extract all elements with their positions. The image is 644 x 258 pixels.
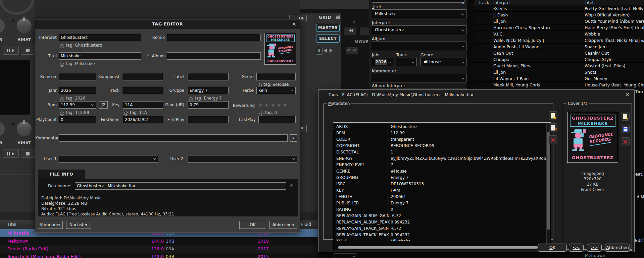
ok-button[interactable]: OK	[538, 244, 567, 252]
track-row[interactable]: Lil JonShots	[474, 69, 644, 75]
kommentar-clear-button[interactable]: x	[290, 134, 297, 142]
tag-editor-titlebar[interactable]: TAG EDITOR ×	[35, 19, 300, 29]
metadata-row[interactable]: COPYRIGHTREBOUNCE RECORDS	[334, 143, 546, 149]
kommentar-field[interactable]	[59, 134, 288, 142]
skip-back-button[interactable]	[344, 27, 356, 35]
track-row[interactable]: Meltdown 140.0 10B 2018	[0, 237, 318, 245]
sampler-stop-button[interactable]	[21, 149, 35, 158]
rating-stars[interactable]: ★★★★★	[258, 102, 289, 108]
titel-field[interactable]: Milkshake	[59, 52, 141, 60]
cover-art-image[interactable]: GHOSTBUSTERZMILKSHAKE REBOUNCERECORDS GH…	[567, 112, 618, 163]
sampler-volume-knob[interactable]	[17, 18, 32, 33]
add-tag-button[interactable]: ★	[549, 111, 557, 120]
tags-dialog-titlebar[interactable]: Tags - FLAC (FLAC) - D:\Musik\my Music\G…	[318, 90, 634, 99]
metadata-row[interactable]: DISCTOTAL1	[334, 149, 546, 155]
label-field[interactable]	[188, 73, 229, 80]
ok-button[interactable]: OK	[239, 221, 266, 229]
jahr-field[interactable]: 2026	[59, 87, 96, 94]
grid-select-button[interactable]: SELECT	[316, 35, 340, 43]
sampler-stop-button[interactable]	[21, 46, 35, 55]
metadata-row[interactable]: REPLAYGAIN_ALBUM_PEAK0.994232	[334, 219, 546, 225]
cover-thumbnail[interactable]: GHOSTBUSTERZMILKSHAKE REBOUNCERECORDS GH…	[264, 33, 296, 65]
delete-cover-button[interactable]: ×	[621, 137, 630, 146]
firstseen-field[interactable]: 2026/03/02	[123, 116, 163, 123]
metadata-row[interactable]: ENERGYeyJlbmVyZ3lMZXZlbCI6Nywic291cmNlIj…	[334, 155, 546, 162]
previous-button[interactable]: Vorheriger	[38, 221, 63, 229]
track-combobox[interactable]	[396, 58, 417, 66]
track-row[interactable]: V.I.C.Wobble	[474, 31, 644, 37]
remixer-field[interactable]	[59, 73, 96, 80]
track-row[interactable]: J. DashWop (Official Version)	[474, 12, 644, 18]
cancel-button[interactable]: Abbrechen	[269, 221, 297, 229]
bpm-combobox[interactable]: 112.99	[59, 101, 96, 109]
metadata-row[interactable]: BPM112.99	[334, 130, 546, 136]
genre-combobox[interactable]: #House	[420, 58, 466, 66]
firstplay-field[interactable]	[188, 116, 229, 123]
next-button[interactable]: Nächster	[66, 221, 91, 229]
track-row[interactable]: Meek Mill, Young ChrisHouse Party (feat.…	[474, 82, 644, 88]
sampler-volume-knob[interactable]	[17, 122, 32, 136]
sampler-play-pause-button[interactable]	[3, 46, 19, 55]
key-field[interactable]: 11A	[123, 101, 163, 109]
user2-combobox[interactable]	[188, 155, 297, 163]
dateiname-field[interactable]: Ghostbusterz - Milkshake.flac	[75, 182, 286, 190]
column-header-titel[interactable]: Titel	[7, 222, 16, 227]
metadata-row[interactable]: RATING0	[334, 206, 546, 213]
rename-indicator-dot[interactable]	[290, 184, 293, 187]
track-row[interactable]: Wale, Nicki Minaj, Juicy JClappers (feat…	[474, 37, 644, 44]
column-header-titel[interactable]: Titel	[585, 0, 593, 5]
cancel-button[interactable]: Abbrechen	[605, 244, 630, 252]
close-icon[interactable]: ×	[292, 21, 296, 27]
user1-combobox[interactable]	[59, 155, 158, 163]
grid-nudge-right-icon[interactable]	[330, 49, 333, 53]
lastplay-field[interactable]	[258, 116, 296, 123]
track-row[interactable]: Ca$h OutCashin' Out	[474, 50, 644, 56]
track-row[interactable]: Superheld (Mein Jump Radio Edit) 142.0 0…	[0, 253, 318, 258]
save-cover-button[interactable]	[621, 125, 630, 133]
metadata-row[interactable]: PUBLISHEREnergy 7	[334, 200, 546, 206]
metadata-row[interactable]: LENGTH200661	[334, 194, 546, 200]
add-cover-button[interactable]: ★	[621, 112, 630, 121]
album-combobox[interactable]	[372, 42, 466, 50]
album-field[interactable]	[167, 52, 261, 60]
interpret-field[interactable]: Ghostbusterz	[59, 34, 141, 41]
track-row[interactable]: Hurricane Chris, SuperstarrHalle Berry (…	[474, 24, 644, 31]
track-row[interactable]: Gucci Mane, PliesWasted (feat. Plies)	[474, 63, 644, 69]
move-left-button[interactable]: < <	[346, 47, 358, 54]
gruppe-field[interactable]: Energy 7	[188, 87, 229, 94]
titel-combobox[interactable]: Milkshake	[372, 9, 466, 18]
grid-nudge-left-icon[interactable]	[324, 49, 327, 53]
next-file-button[interactable]: >>	[587, 244, 602, 252]
metadata-row[interactable]: REPLAYGAIN_ALBUM_GAIN-6.72	[334, 213, 546, 219]
metadata-table[interactable]: ARTISTGhostbusterz BPM112.99 COLORtransp…	[333, 122, 551, 251]
track-field[interactable]	[123, 87, 163, 94]
metadata-row[interactable]: GROUPINGEnergy 7	[334, 175, 546, 181]
genre-field[interactable]	[256, 73, 296, 80]
scrollbar-thumb[interactable]	[547, 132, 550, 230]
sampler-play-pause-button[interactable]	[3, 149, 19, 158]
metadata-row-clipped[interactable]: TITLEMilkshake	[334, 238, 546, 241]
lock-icon[interactable]	[336, 16, 340, 19]
metadata-row[interactable]: ENERGYLEVEL7	[334, 162, 546, 168]
skip-forward-button-clipped[interactable]	[360, 27, 369, 35]
metadata-row[interactable]: COLORtransparent	[334, 136, 546, 143]
interpret-combobox[interactable]: Ghostbusterz	[372, 25, 466, 34]
metadata-row[interactable]: REPLAYGAIN_TRACK_GAIN-6.72	[334, 225, 546, 232]
column-header-interpret[interactable]: Interpret	[493, 0, 511, 5]
grid-pause-button[interactable]: Ⅱ	[316, 47, 323, 55]
jahr-combobox[interactable]: 2026	[372, 58, 393, 66]
track-row[interactable]: Audio Push, Lil WayneSpace Jam	[474, 44, 644, 50]
track-row[interactable]: Lil Wayne, T-PainGot Money	[474, 75, 644, 82]
metadata-row-selected[interactable]: ARTISTGhostbusterz	[334, 124, 546, 130]
track-row[interactable]: KstylisPretty Girl Twerk (feat. Nelly & …	[474, 5, 644, 12]
komponist-field[interactable]	[123, 73, 163, 80]
metadata-row[interactable]: GENRE#House	[334, 168, 546, 175]
farbe-combobox[interactable]: Kein	[256, 87, 296, 94]
close-icon[interactable]: ×	[461, 0, 465, 6]
remix-field[interactable]	[167, 34, 261, 41]
close-icon[interactable]: ×	[625, 92, 630, 97]
track-row[interactable]: Lil JonOutta Your Mind (Album Version (	[474, 18, 644, 24]
resize-grip[interactable]	[630, 248, 633, 251]
track-row[interactable]: Freaks (Radio Edit) 128.0 09A 2017	[0, 245, 318, 253]
delete-tag-button[interactable]: ×	[549, 135, 557, 144]
